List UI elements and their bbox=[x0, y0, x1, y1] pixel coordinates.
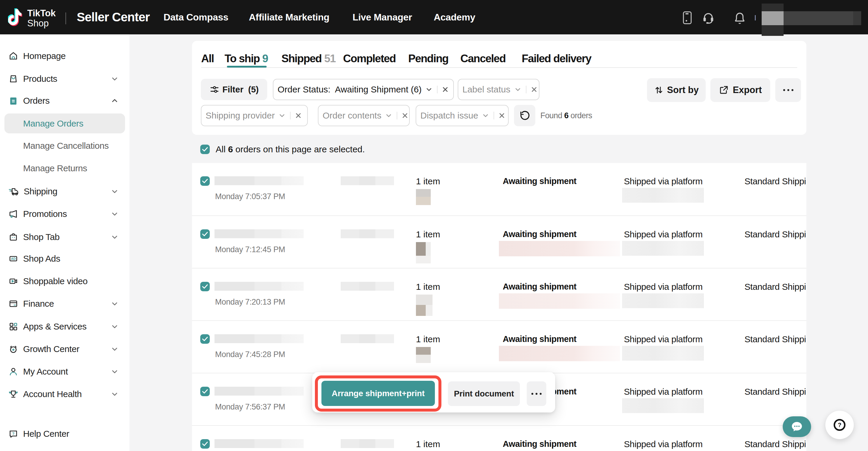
svg-text:?: ? bbox=[12, 431, 14, 436]
svg-text:?: ? bbox=[838, 422, 841, 428]
svg-text:AD: AD bbox=[11, 257, 16, 261]
